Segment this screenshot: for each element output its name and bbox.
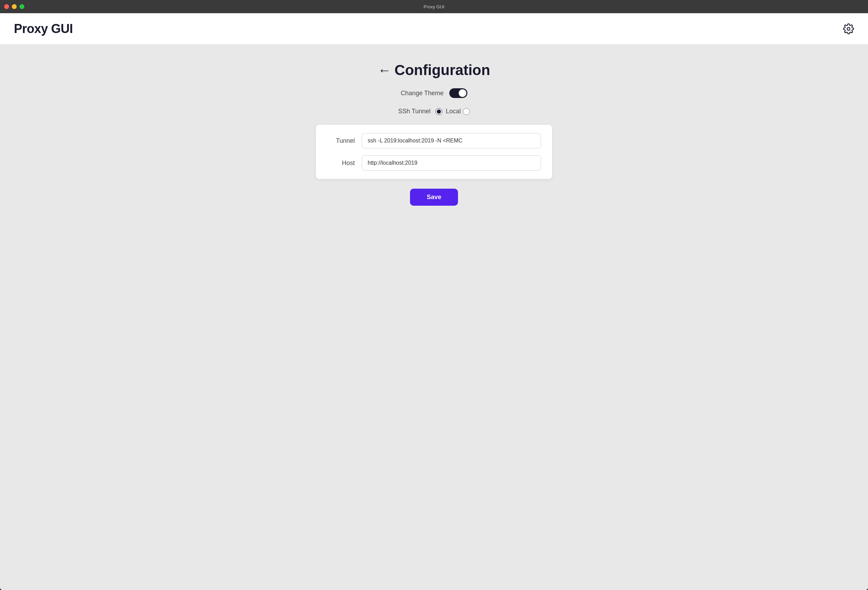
back-arrow-icon[interactable]: ← [378,63,391,78]
config-title-text: Configuration [394,62,490,78]
tunnel-input[interactable] [362,133,541,148]
gear-icon[interactable] [843,23,854,34]
svg-point-0 [847,28,850,30]
config-title-container: ← Configuration [378,62,490,78]
form-section: Tunnel Host [316,125,552,179]
title-bar: Proxy GUI [0,0,868,13]
minimize-button[interactable] [12,4,17,9]
window-title: Proxy GUI [424,4,444,9]
tunnel-field-label: Tunnel [327,137,355,145]
save-button[interactable]: Save [410,189,458,206]
close-button[interactable] [4,4,9,9]
host-row: Host [327,155,541,171]
theme-toggle[interactable] [449,88,467,98]
host-field-label: Host [327,159,355,167]
local-option[interactable]: Local [446,108,470,115]
ssh-tunnel-radio[interactable] [435,108,442,115]
tunnel-row: Tunnel [327,133,541,148]
local-label: Local [446,108,461,115]
main-content: ← Configuration Change Theme SSh Tunnel [0,44,868,590]
window-controls [4,4,24,9]
app-window: Proxy GUI ← Configuration Change Theme [0,13,868,590]
tunnel-type-row: SSh Tunnel Local [398,108,470,115]
change-theme-label: Change Theme [401,90,444,97]
config-section: ← Configuration Change Theme SSh Tunnel [316,62,552,206]
theme-row: Change Theme [401,88,467,98]
tunnel-radio-group: Local [435,108,470,115]
app-title: Proxy GUI [14,22,73,36]
app-header: Proxy GUI [0,13,868,44]
toggle-slider [449,88,467,98]
ssh-tunnel-label: SSh Tunnel [398,108,431,115]
host-input[interactable] [362,155,541,171]
local-radio[interactable] [463,108,470,115]
ssh-tunnel-option[interactable] [435,108,442,115]
maximize-button[interactable] [19,4,24,9]
